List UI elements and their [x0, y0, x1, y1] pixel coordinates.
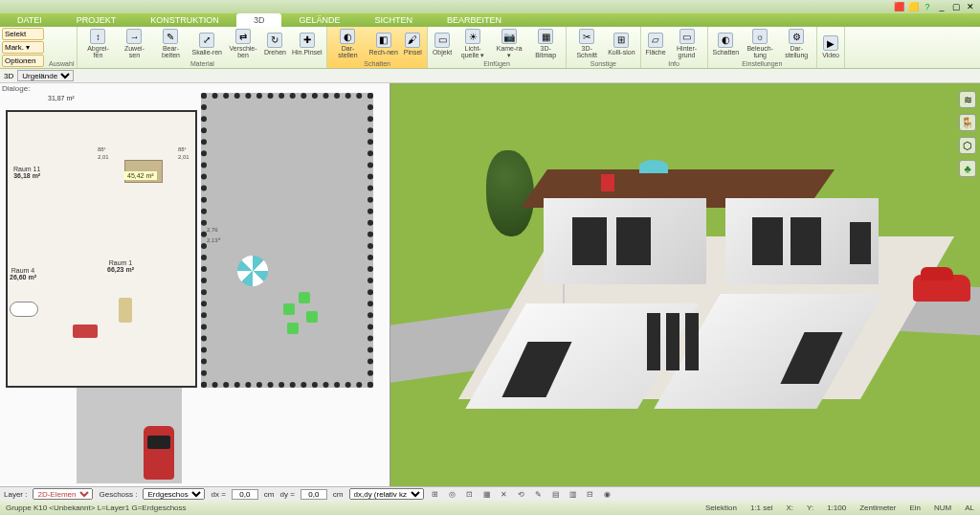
- ribbon-item[interactable]: ↕Abgrei-fen: [80, 28, 115, 59]
- tab-datei[interactable]: DATEI: [0, 13, 59, 27]
- optionen-button[interactable]: Optionen: [2, 55, 44, 67]
- geschoss-select[interactable]: Erdgeschos: [143, 488, 205, 500]
- layer-select[interactable]: Urgelände: [17, 70, 74, 81]
- ribbon-item[interactable]: ⊞Kolli-sion: [606, 32, 636, 56]
- status-sel-val: 1:1 sel: [750, 504, 773, 512]
- furniture-icon[interactable]: 🪑: [959, 114, 976, 131]
- ribbon-item[interactable]: ⚙Dar-stellung: [779, 28, 813, 59]
- tool-icon[interactable]: ⊞: [430, 488, 441, 500]
- dim-label: 88¹: [98, 146, 106, 152]
- workspace: Dialoge: 31,87 m² Raum 1136,18 m² 45,42 …: [0, 83, 980, 486]
- ribbon-item[interactable]: ⤢Skalie-ren: [189, 32, 224, 56]
- tool-icon[interactable]: ◎: [447, 488, 458, 500]
- layer-select-bottom[interactable]: 2D-Elemen: [33, 488, 93, 500]
- ribbon-item[interactable]: ◐Dar-stellen: [330, 28, 365, 59]
- tool-icon[interactable]: ◉: [602, 488, 613, 500]
- ribbon-item[interactable]: ▱Fläche: [644, 32, 668, 56]
- ribbon-item[interactable]: ▦3D-Bitmap: [528, 28, 563, 59]
- dim-label: 2,76: [207, 227, 218, 233]
- ribbon-item[interactable]: ↻Drehen: [262, 32, 288, 56]
- ribbon-item-label: Beleuch-tung: [745, 45, 775, 58]
- tool-icon[interactable]: ▦: [481, 488, 493, 500]
- patio: [201, 93, 373, 388]
- dim-label: 2,13⁸: [207, 236, 220, 243]
- dx-input[interactable]: [232, 489, 258, 500]
- ribbon-group-Schatten: ◐Dar-stellen◧Rech-nen🖌PinselSchatten: [327, 27, 427, 68]
- tab-3d[interactable]: 3D: [236, 13, 282, 27]
- ribbon-item[interactable]: ✎Bear-beiten: [153, 28, 188, 59]
- minimize-icon[interactable]: _: [936, 1, 947, 12]
- ribbon-item-label: Kame-ra ▾: [494, 45, 524, 58]
- ribbon-item[interactable]: ✚Hin.Pinsel: [290, 32, 324, 56]
- ribbon-item[interactable]: ▶Video: [820, 34, 841, 59]
- sofa-beige: [119, 298, 132, 323]
- titlebar: 🟥 🟨 ? _ ▢ ✕: [0, 0, 980, 13]
- tab-bearbeiten[interactable]: BEARBEITEN: [430, 13, 519, 27]
- ribbon-item-label: 3D-Bitmap: [530, 45, 561, 58]
- ribbon-group-label: Sonstige: [569, 59, 636, 67]
- ribbon-item[interactable]: 🖌Pinsel: [402, 32, 424, 56]
- dy-input[interactable]: [301, 489, 327, 500]
- close-icon[interactable]: ✕: [965, 1, 976, 12]
- ribbon-item-label: Verschie-ben: [228, 45, 258, 58]
- room1-label: Raum 166,23 m²: [107, 259, 134, 273]
- ribbon-item[interactable]: ▭Objekt: [431, 32, 454, 56]
- tool-icon[interactable]: ⟲: [516, 488, 527, 500]
- tab-gelaende[interactable]: GELÄNDE: [281, 13, 357, 27]
- ribbon-item[interactable]: ⇄Verschie-ben: [226, 28, 260, 59]
- ribbon-icon: ⚙: [789, 29, 804, 44]
- bottombar: Layer : 2D-Elemen Geschoss : Erdgeschos …: [0, 486, 980, 501]
- help-icon[interactable]: ?: [922, 1, 933, 12]
- room4-label: Raum 426,60 m²: [10, 267, 36, 280]
- layers-icon[interactable]: ≋: [959, 91, 976, 108]
- ribbon-item[interactable]: ☼Beleuch-tung: [743, 28, 777, 59]
- tool-icon[interactable]: ✕: [499, 488, 510, 500]
- plan-2d-view[interactable]: Dialoge: 31,87 m² Raum 1136,18 m² 45,42 …: [0, 83, 390, 486]
- patio-chair: [306, 311, 318, 323]
- ribbon-item[interactable]: ◧Rech-nen: [367, 32, 399, 56]
- status-unit: Zentimeter: [859, 504, 896, 512]
- ribbon-group-label: Einfügen: [431, 59, 563, 67]
- material-icon[interactable]: ⬡: [959, 137, 976, 154]
- dim-label: 2,01: [98, 154, 109, 160]
- tool-icon[interactable]: ▥: [568, 488, 579, 500]
- subbar: 3D Urgelände: [0, 69, 980, 83]
- ribbon-item[interactable]: ◐Schatten: [711, 32, 742, 56]
- dx-unit: cm: [264, 490, 275, 499]
- ribbon-item-label: Bear-beiten: [155, 45, 186, 58]
- view-3d[interactable]: ≋ 🪑 ⬡ ♣: [390, 83, 980, 486]
- tool-icon[interactable]: ▤: [550, 488, 562, 500]
- dim-label: 88¹: [178, 146, 187, 152]
- ribbon-icon: ▱: [648, 33, 663, 48]
- ribbon-item[interactable]: ▭Hinter-grund: [670, 28, 704, 59]
- ribbon-auswahl: Selekt Mark. ▾ Optionen: [0, 27, 46, 68]
- patio-chair: [287, 323, 299, 334]
- umbrella-3d: [639, 160, 668, 173]
- ribbon-item[interactable]: →Zuwei-sen: [117, 28, 151, 59]
- ribbon-item[interactable]: ✂3D-Schnitt: [569, 28, 604, 59]
- status-group: Gruppe K10 <Unbekannt> L=Layer1 G=Erdges…: [6, 504, 187, 512]
- tool-icon[interactable]: ⊟: [585, 488, 596, 500]
- flag-icon[interactable]: 🟨: [907, 1, 919, 12]
- ribbon-item[interactable]: ☀Licht-quelle ▾: [456, 28, 490, 59]
- tab-konstruktion[interactable]: KONSTRUKTION: [133, 13, 236, 27]
- maximize-icon[interactable]: ▢: [950, 1, 962, 12]
- selekt-button[interactable]: Selekt: [2, 28, 44, 40]
- rel-select[interactable]: dx,dy (relativ kz: [349, 488, 424, 500]
- tree-icon[interactable]: ♣: [959, 160, 976, 177]
- tab-sichten[interactable]: SICHTEN: [357, 13, 430, 27]
- dx-label: dx =: [211, 490, 225, 499]
- tool-icon[interactable]: ✎: [533, 488, 545, 500]
- ribbon-item[interactable]: 📷Kame-ra ▾: [492, 28, 526, 59]
- tab-projekt[interactable]: PROJEKT: [59, 13, 134, 27]
- ribbon-item-label: Dar-stellen: [332, 45, 363, 58]
- house-3d: [505, 189, 907, 409]
- mark-button[interactable]: Mark. ▾: [2, 41, 44, 54]
- ribbon-group-Einfügen: ▭Objekt☀Licht-quelle ▾📷Kame-ra ▾▦3D-Bitm…: [428, 27, 567, 68]
- ribbon-group-Info: ▱Fläche▭Hinter-grundInfo: [641, 27, 708, 68]
- tool-icon[interactable]: ⊡: [464, 488, 476, 500]
- flag-de-icon[interactable]: 🟥: [893, 1, 904, 12]
- ribbon-icon: ▭: [434, 33, 450, 48]
- ribbon-group-7: ▶Video: [817, 27, 845, 68]
- ribbon-icon: ↕: [90, 29, 105, 44]
